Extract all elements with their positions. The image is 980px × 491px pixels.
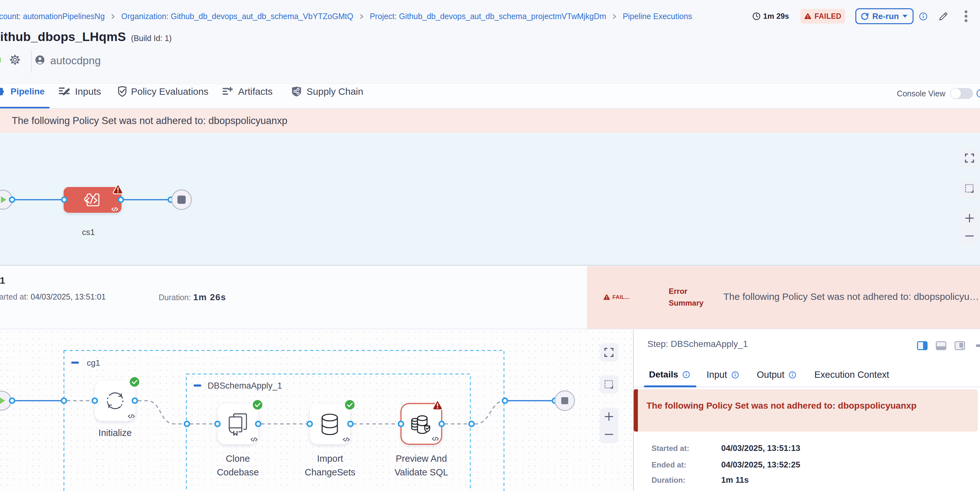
tab-details[interactable]: Details (649, 370, 690, 380)
error-summary-label: Error Summary (669, 285, 710, 309)
trigger-user[interactable]: autocdpng (50, 54, 101, 67)
tab-inputs[interactable]: Inputs (59, 84, 101, 100)
breadcrumb-organization[interactable]: Organization: Github_db_devops_aut_db_sc… (121, 12, 353, 21)
stage-duration: Duration: 1m 26s (159, 292, 226, 302)
node-label: Initialize (99, 428, 132, 438)
warning-icon (804, 13, 811, 20)
kebab-menu-icon[interactable] (964, 10, 967, 22)
minimize-icon[interactable] (976, 345, 980, 347)
stage-summary-row: cs1 Started at: 04/03/2025, 13:51:01 Dur… (0, 266, 980, 329)
refresh-icon (861, 12, 869, 21)
tab-label: Policy Evaluations (131, 86, 208, 97)
error-summary-text: The following Policy Set was not adhered… (723, 291, 980, 302)
tab-label: Inputs (75, 86, 101, 97)
kv-label: Started at: (652, 444, 689, 453)
active-tab-underline (0, 107, 49, 108)
toggle-knob (950, 88, 961, 99)
rerun-button[interactable]: Re-run (855, 8, 913, 24)
stage-node-cs1[interactable] (64, 185, 122, 213)
duration-value: 1m 26s (193, 292, 226, 302)
policy-banner: The following Policy Set was not adhered… (0, 109, 980, 133)
step-error-text: The following Policy Set was not adhered… (646, 401, 916, 411)
execution-canvas[interactable]: cg1 DBSchemaApply_1 (0, 329, 633, 491)
node-label: ImportChangeSets (305, 453, 355, 477)
inputs-icon (59, 86, 71, 97)
elapsed-value: 1m 29s (763, 12, 789, 21)
breadcrumb-current[interactable]: Pipeline Executions (623, 12, 692, 21)
info-icon[interactable] (976, 89, 980, 98)
stage-pipeline-canvas[interactable]: cs1 (0, 133, 980, 265)
layout-split-right-icon[interactable] (917, 341, 928, 350)
tab-label: Input (706, 370, 727, 380)
marquee-icon (604, 380, 614, 389)
duration-label: Duration: (159, 293, 191, 302)
tab-label: Output (757, 370, 784, 380)
layout-split-bottom-icon[interactable] (936, 341, 946, 350)
tab-execution-context[interactable]: Execution Context (815, 370, 889, 380)
gear-icon[interactable] (10, 54, 20, 65)
end-node[interactable] (172, 190, 191, 210)
tab-artifacts[interactable]: Artifacts (223, 84, 272, 100)
breadcrumb-project[interactable]: Project: Github_db_devops_aut_db_schema_… (370, 12, 606, 21)
info-icon[interactable] (731, 371, 739, 379)
collapse-dash-icon[interactable] (194, 385, 201, 387)
shield-network-icon (291, 86, 302, 97)
zoom-out-icon[interactable] (604, 429, 614, 440)
group-label-text: DBSchemaApply_1 (208, 381, 282, 391)
info-icon[interactable] (789, 371, 796, 379)
info-icon[interactable] (919, 12, 928, 21)
tab-input[interactable]: Input (706, 370, 739, 380)
fullscreen-icon (965, 153, 974, 163)
connector-dots (10, 398, 557, 426)
breadcrumb-account[interactable]: Account: automationPipelinesNg (0, 12, 105, 21)
tab-label: Details (649, 370, 678, 380)
clock-icon (752, 12, 760, 21)
status-badge: FAILED (800, 9, 845, 24)
shield-check-icon (118, 86, 127, 97)
breadcrumb: Account: automationPipelinesNg Organizat… (0, 12, 692, 21)
stage-name: cs1 (0, 275, 5, 286)
error-badge (433, 401, 442, 409)
edit-pencil-icon[interactable] (938, 11, 949, 22)
step-node-preview-validate[interactable] (401, 401, 442, 444)
caret-down-icon (902, 14, 908, 18)
layout-floating-icon[interactable] (955, 341, 965, 350)
marquee-select-button[interactable] (600, 375, 618, 394)
divider (31, 50, 32, 73)
end-node[interactable] (555, 391, 574, 410)
kv-value: 04/03/2025, 13:51:13 (721, 443, 800, 453)
main-tabbar: Pipeline Inputs Policy Evaluations Artif… (0, 83, 980, 108)
elapsed-time: 1m 29s (752, 12, 789, 21)
group-label-dbschemaapply[interactable]: DBSchemaApply_1 (194, 381, 282, 391)
zoom-out-icon[interactable] (964, 231, 975, 241)
node-labels: Initialize CloneCodebase ImportChangeSet… (99, 428, 449, 477)
started-value: 04/03/2025, 13:51:01 (30, 292, 105, 301)
console-view-toggle[interactable] (950, 88, 973, 99)
fullscreen-button[interactable] (600, 343, 618, 362)
info-icon[interactable] (682, 371, 690, 378)
active-detail-tab-underline (644, 385, 696, 387)
step-error-box: The following Policy Set was not adhered… (634, 389, 978, 432)
tab-pipeline[interactable]: Pipeline (0, 84, 45, 100)
success-badge (253, 400, 262, 410)
fullscreen-button[interactable] (960, 149, 979, 167)
zoom-in-icon[interactable] (964, 213, 975, 223)
tab-policy-evaluations[interactable]: Policy Evaluations (118, 84, 208, 100)
avatar-icon (35, 55, 45, 65)
stage-started-at: Started at: 04/03/2025, 13:51:01 (0, 292, 106, 302)
started-label: Started at: (0, 292, 28, 301)
collapse-dash-icon[interactable] (71, 362, 79, 364)
chevron-right-icon (110, 14, 115, 19)
tab-output[interactable]: Output (757, 370, 796, 380)
kv-value: 1m 11s (721, 475, 749, 485)
kv-started-at: Started at: 04/03/2025, 13:51:13 (652, 444, 689, 453)
group-label-cg1[interactable]: cg1 (71, 358, 100, 368)
tab-supply-chain[interactable]: Supply Chain (291, 84, 363, 100)
policy-banner-text: The following Policy Set was not adhered… (12, 115, 288, 127)
marquee-select-button[interactable] (960, 180, 979, 198)
rerun-label: Re-run (872, 11, 899, 21)
kv-duration: Duration: 1m 11s (652, 476, 686, 485)
meta-row: autocdpng (0, 51, 255, 73)
chevron-right-icon (359, 14, 364, 19)
zoom-in-icon[interactable] (604, 412, 614, 422)
